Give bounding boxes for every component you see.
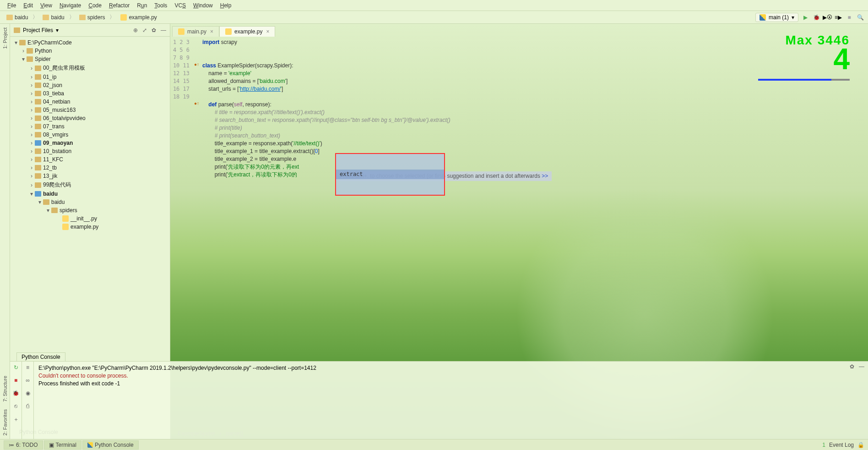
show-vars-icon[interactable]: ≡: [26, 364, 29, 371]
tree-folder[interactable]: 04_netbian: [41, 99, 70, 105]
expand-arrow[interactable]: ›: [28, 90, 35, 97]
expand-arrow[interactable]: ›: [28, 107, 35, 113]
expand-arrow[interactable]: ▾: [28, 191, 35, 197]
override-marker-icon[interactable]: ●↑: [194, 101, 199, 106]
status-tab-pyconsole[interactable]: Python Console: [82, 440, 139, 450]
tree-folder[interactable]: 13_jik: [41, 173, 57, 179]
tree-folder[interactable]: 00_爬虫常用模板: [41, 64, 85, 72]
menu-tools[interactable]: Tools: [151, 2, 171, 9]
expand-arrow[interactable]: ›: [28, 182, 35, 188]
menu-vcs[interactable]: VCS: [171, 2, 190, 9]
expand-arrow[interactable]: ›: [20, 48, 27, 54]
menu-window[interactable]: Window: [190, 2, 217, 9]
tree-folder[interactable]: 02_json: [41, 82, 62, 88]
expand-arrow[interactable]: ›: [28, 99, 35, 105]
tool-tab-project[interactable]: 1: Project: [1, 24, 9, 52]
expand-arrow[interactable]: ›: [28, 82, 35, 88]
profile-button[interactable]: ≡▶: [834, 13, 842, 22]
menu-help[interactable]: Help: [217, 2, 235, 9]
console-output[interactable]: E:\Python\python.exe "E:\PyCharm\PyCharm…: [34, 362, 868, 439]
attach-icon[interactable]: ⎋: [14, 403, 17, 409]
override-marker-icon[interactable]: ●↑: [194, 62, 199, 67]
expand-arrow[interactable]: ›: [28, 156, 35, 163]
menu-edit[interactable]: Edit: [20, 2, 37, 9]
tree-folder[interactable]: 05_music163: [41, 107, 76, 113]
tree-folder[interactable]: 03_tieba: [41, 90, 64, 97]
expand-arrow[interactable]: ▾: [13, 39, 19, 46]
gear-icon[interactable]: ✿: [850, 363, 854, 370]
expand-arrow[interactable]: ›: [28, 148, 35, 154]
tree-folder[interactable]: 06_totalvipvvideo: [41, 115, 86, 121]
expand-arrow[interactable]: ›: [28, 173, 35, 179]
expand-arrow[interactable]: ▾: [20, 56, 27, 62]
tree-spider[interactable]: Spider: [33, 56, 51, 62]
tool-tab-structure[interactable]: 7: Structure: [1, 372, 9, 406]
lock-icon[interactable]: 🔒: [857, 442, 864, 448]
close-icon[interactable]: ×: [265, 28, 270, 35]
tool-tab-favorites[interactable]: 2: Favorites: [1, 406, 9, 439]
var-icon[interactable]: ◉: [26, 390, 30, 396]
expand-arrow[interactable]: ›: [28, 123, 35, 130]
tree-file-example[interactable]: example.py: [69, 224, 98, 230]
coverage-button[interactable]: ▶⦿: [823, 13, 831, 22]
tree-folder[interactable]: 08_vmgirs: [41, 132, 68, 138]
run-button[interactable]: ▶: [801, 13, 809, 22]
menu-run[interactable]: Run: [133, 2, 151, 9]
close-icon[interactable]: ×: [209, 28, 214, 35]
menu-code[interactable]: Code: [85, 2, 105, 9]
expand-arrow[interactable]: ›: [28, 65, 35, 71]
hide-icon[interactable]: —: [161, 27, 166, 33]
tree-file-init[interactable]: __init__.py: [69, 215, 97, 222]
status-tab-todo[interactable]: ≔6: TODO: [4, 440, 43, 450]
tree-folder[interactable]: 07_trans: [41, 123, 65, 130]
completion-item-extract[interactable]: extract: [336, 170, 444, 179]
new-console-icon[interactable]: ＋: [13, 416, 19, 423]
tree-folder[interactable]: 01_ip: [41, 74, 56, 80]
tree-folder[interactable]: 10_bstation: [41, 148, 71, 154]
menu-navigate[interactable]: Navigate: [56, 2, 85, 9]
run-config-selector[interactable]: main (1) ▾: [755, 13, 798, 22]
tree-folder-baidu[interactable]: baidu: [41, 191, 58, 197]
tree-folder-baidu2[interactable]: baidu: [49, 199, 65, 205]
crumb-baidu-root[interactable]: baidu: [4, 13, 31, 22]
tree-root[interactable]: E:\PyCharm\Code: [26, 39, 72, 46]
hide-icon[interactable]: —: [859, 363, 864, 370]
expand-arrow[interactable]: ›: [28, 140, 35, 146]
locate-icon[interactable]: ⊕: [133, 27, 138, 33]
tree-folder[interactable]: 99爬虫代码: [41, 181, 71, 189]
tab-example[interactable]: example.py×: [219, 26, 275, 37]
status-tab-terminal[interactable]: ▣Terminal: [44, 440, 81, 450]
tree-python[interactable]: Python: [33, 48, 52, 54]
menu-refactor[interactable]: Refactor: [105, 2, 133, 9]
stop-button[interactable]: ■: [845, 13, 853, 22]
tree-folder[interactable]: 12_tb: [41, 165, 57, 171]
expand-arrow[interactable]: ▾: [37, 199, 43, 205]
rerun-icon[interactable]: ↻: [14, 364, 18, 371]
expand-arrow[interactable]: ›: [28, 115, 35, 121]
settings-icon[interactable]: ✿: [152, 27, 156, 33]
tab-main[interactable]: main.py×: [172, 26, 219, 37]
expand-arrow[interactable]: ›: [28, 165, 35, 171]
debug-icon[interactable]: 🐞: [12, 390, 19, 396]
crumb-baidu[interactable]: baidu: [40, 13, 67, 22]
menu-view[interactable]: View: [37, 2, 56, 9]
expand-arrow[interactable]: ▾: [45, 207, 51, 214]
project-title[interactable]: Project Files: [23, 27, 53, 33]
completion-hint-link[interactable]: >>: [542, 173, 548, 179]
menu-file[interactable]: FFileile: [4, 2, 20, 9]
search-everywhere-button[interactable]: 🔍: [856, 13, 864, 22]
console-tab[interactable]: Python Console: [16, 352, 65, 361]
stop-icon[interactable]: ■: [14, 377, 17, 384]
crumb-spiders[interactable]: spiders: [76, 13, 108, 22]
tree-folder-maoyan[interactable]: 09_maoyan: [41, 140, 73, 146]
debug-button[interactable]: 🐞: [812, 13, 820, 22]
expand-arrow[interactable]: ›: [28, 74, 35, 80]
expand-arrow[interactable]: ›: [28, 132, 35, 138]
tree-folder-spiders[interactable]: spiders: [58, 207, 77, 214]
expand-all-icon[interactable]: ⤢: [142, 27, 147, 33]
event-log-button[interactable]: Event Log: [829, 442, 854, 448]
chevron-down-icon[interactable]: ▾: [56, 27, 59, 33]
history-icon[interactable]: ⎙: [26, 403, 29, 409]
crumb-example[interactable]: example.py: [117, 13, 159, 22]
tree-folder[interactable]: 11_KFC: [41, 156, 63, 163]
